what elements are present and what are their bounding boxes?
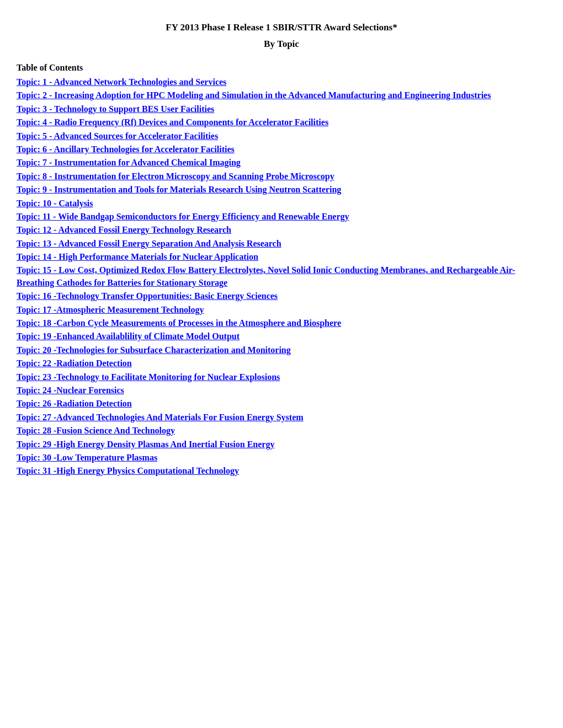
toc-link-toc-15[interactable]: Topic: 15 - Low Cost, Optimized Redox Fl… xyxy=(17,265,515,287)
list-item: Topic: 8 - Instrumentation for Electron … xyxy=(17,170,546,183)
toc-link-toc-2[interactable]: Topic: 2 - Increasing Adoption for HPC M… xyxy=(17,90,491,100)
list-item: Topic: 17 -Atmospheric Measurement Techn… xyxy=(17,304,546,316)
list-item: Topic: 5 - Advanced Sources for Accelera… xyxy=(17,130,546,142)
toc-link-toc-24[interactable]: Topic: 24 -Nuclear Forensics xyxy=(17,386,124,395)
toc-link-toc-12[interactable]: Topic: 12 - Advanced Fossil Energy Techn… xyxy=(17,225,231,234)
toc-link-toc-11[interactable]: Topic: 11 - Wide Bandgap Semiconductors … xyxy=(17,212,349,221)
list-item: Topic: 26 -Radiation Detection xyxy=(17,398,546,410)
toc-list: Topic: 1 - Advanced Network Technologies… xyxy=(17,76,546,478)
list-item: Topic: 9 - Instrumentation and Tools for… xyxy=(17,184,546,196)
toc-link-toc-23[interactable]: Topic: 23 -Technology to Facilitate Moni… xyxy=(17,372,280,382)
page-title: FY 2013 Phase I Release 1 SBIR/STTR Awar… xyxy=(17,22,546,33)
toc-link-toc-14[interactable]: Topic: 14 - High Performance Materials f… xyxy=(17,252,258,261)
toc-link-toc-13[interactable]: Topic: 13 - Advanced Fossil Energy Separ… xyxy=(17,239,282,248)
list-item: Topic: 11 - Wide Bandgap Semiconductors … xyxy=(17,211,546,223)
list-item: Topic: 4 - Radio Frequency (Rf) Devices … xyxy=(17,116,546,129)
toc-link-toc-7[interactable]: Topic: 7 - Instrumentation for Advanced … xyxy=(17,158,241,167)
list-item: Topic: 30 -Low Temperature Plasmas xyxy=(17,452,546,464)
list-item: Topic: 20 -Technologies for Subsurface C… xyxy=(17,344,546,356)
list-item: Topic: 15 - Low Cost, Optimized Redox Fl… xyxy=(17,264,546,289)
toc-link-toc-16[interactable]: Topic: 16 -Technology Transfer Opportuni… xyxy=(17,291,278,301)
list-item: Topic: 12 - Advanced Fossil Energy Techn… xyxy=(17,224,546,236)
list-item: Topic: 2 - Increasing Adoption for HPC M… xyxy=(17,89,546,101)
list-item: Topic: 28 -Fusion Science And Technology xyxy=(17,425,546,437)
list-item: Topic: 22 -Radiation Detection xyxy=(17,357,546,370)
toc-link-toc-8[interactable]: Topic: 8 - Instrumentation for Electron … xyxy=(17,172,334,181)
toc-link-toc-9[interactable]: Topic: 9 - Instrumentation and Tools for… xyxy=(17,185,341,194)
toc-link-toc-5[interactable]: Topic: 5 - Advanced Sources for Accelera… xyxy=(17,131,218,141)
toc-link-toc-19[interactable]: Topic: 19 -Enhanced Availablility of Cli… xyxy=(17,331,240,341)
toc-link-toc-29[interactable]: Topic: 29 -High Energy Density Plasmas A… xyxy=(17,440,274,449)
list-item: Topic: 23 -Technology to Facilitate Moni… xyxy=(17,371,546,383)
toc-link-toc-4[interactable]: Topic: 4 - Radio Frequency (Rf) Devices … xyxy=(17,117,328,127)
toc-link-toc-1[interactable]: Topic: 1 - Advanced Network Technologies… xyxy=(17,77,226,87)
page-subtitle: By Topic xyxy=(17,39,546,50)
list-item: Topic: 6 - Ancillary Technologies for Ac… xyxy=(17,143,546,156)
toc-link-toc-17[interactable]: Topic: 17 -Atmospheric Measurement Techn… xyxy=(17,305,204,314)
toc-link-toc-22[interactable]: Topic: 22 -Radiation Detection xyxy=(17,358,132,368)
list-item: Topic: 19 -Enhanced Availablility of Cli… xyxy=(17,330,546,342)
toc-link-toc-28[interactable]: Topic: 28 -Fusion Science And Technology xyxy=(17,426,175,435)
toc-link-toc-31[interactable]: Topic: 31 -High Energy Physics Computati… xyxy=(17,466,239,475)
list-item: Topic: 18 -Carbon Cycle Measurements of … xyxy=(17,317,546,329)
list-item: Topic: 14 - High Performance Materials f… xyxy=(17,251,546,263)
toc-link-toc-6[interactable]: Topic: 6 - Ancillary Technologies for Ac… xyxy=(17,144,235,154)
toc-link-toc-26[interactable]: Topic: 26 -Radiation Detection xyxy=(17,399,132,408)
list-item: Topic: 16 -Technology Transfer Opportuni… xyxy=(17,290,546,302)
list-item: Topic: 31 -High Energy Physics Computati… xyxy=(17,465,546,477)
list-item: Topic: 3 - Technology to Support BES Use… xyxy=(17,103,546,115)
list-item: Topic: 27 -Advanced Technologies And Mat… xyxy=(17,411,546,424)
toc-link-toc-18[interactable]: Topic: 18 -Carbon Cycle Measurements of … xyxy=(17,318,341,328)
list-item: Topic: 1 - Advanced Network Technologies… xyxy=(17,76,546,88)
toc-link-toc-3[interactable]: Topic: 3 - Technology to Support BES Use… xyxy=(17,104,214,114)
list-item: Topic: 7 - Instrumentation for Advanced … xyxy=(17,157,546,169)
list-item: Topic: 10 - Catalysis xyxy=(17,197,546,210)
toc-link-toc-20[interactable]: Topic: 20 -Technologies for Subsurface C… xyxy=(17,345,291,355)
toc-header: Table of Contents xyxy=(17,63,546,73)
list-item: Topic: 13 - Advanced Fossil Energy Separ… xyxy=(17,238,546,250)
list-item: Topic: 24 -Nuclear Forensics xyxy=(17,384,546,397)
toc-link-toc-10[interactable]: Topic: 10 - Catalysis xyxy=(17,199,93,208)
toc-link-toc-27[interactable]: Topic: 27 -Advanced Technologies And Mat… xyxy=(17,413,304,422)
toc-link-toc-30[interactable]: Topic: 30 -Low Temperature Plasmas xyxy=(17,453,157,462)
list-item: Topic: 29 -High Energy Density Plasmas A… xyxy=(17,438,546,451)
